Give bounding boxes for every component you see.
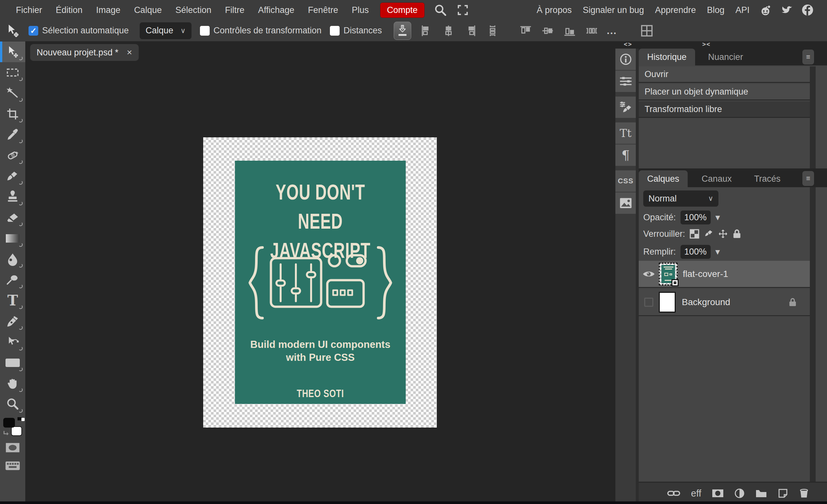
align-left-icon[interactable] <box>420 24 433 38</box>
lock-pixels-icon[interactable] <box>704 229 714 239</box>
healing-brush-tool[interactable] <box>0 145 25 166</box>
menu-filtre[interactable]: Filtre <box>218 5 251 15</box>
opacity-value[interactable]: 100% <box>681 210 711 224</box>
add-adjustment-icon[interactable] <box>734 488 745 499</box>
layer-thumbnail[interactable] <box>659 263 678 285</box>
new-layer-icon[interactable] <box>778 488 788 499</box>
menu-plus[interactable]: Plus <box>345 5 376 15</box>
align-center-h-icon[interactable] <box>442 24 455 38</box>
paragraph-panel-button[interactable]: ¶ <box>616 145 636 166</box>
css-panel-button[interactable]: CSS <box>616 170 636 192</box>
fill-slider-arrow[interactable]: ▼ <box>714 247 722 257</box>
link-api[interactable]: API <box>730 5 755 15</box>
fill-value[interactable]: 100% <box>681 245 711 259</box>
marquee-select-tool[interactable] <box>0 62 25 83</box>
menu-calque[interactable]: Calque <box>127 5 169 15</box>
crop-tool[interactable] <box>0 104 25 124</box>
arrange-grid-icon[interactable] <box>640 23 654 38</box>
menu-fichier[interactable]: Fichier <box>9 5 49 15</box>
transform-controls-checkbox[interactable] <box>200 26 210 36</box>
book-cover-layer[interactable]: YOU DON'T NEED JAVASCRIPT <box>235 161 406 404</box>
distribute-vertical-icon[interactable] <box>486 24 499 38</box>
lock-transparency-icon[interactable] <box>690 229 699 239</box>
layer-row-background[interactable]: Background <box>639 289 810 316</box>
align-right-icon[interactable] <box>464 24 477 38</box>
brush-tool[interactable] <box>0 166 25 187</box>
layer-thumbnail[interactable] <box>659 292 676 313</box>
new-group-icon[interactable] <box>756 489 767 498</box>
history-item-ouvrir[interactable]: Ouvrir <box>639 66 810 83</box>
blur-tool[interactable] <box>0 249 25 269</box>
facebook-icon[interactable] <box>801 4 814 16</box>
distribute-horizontal-icon[interactable] <box>585 24 598 38</box>
quick-mask-toggle[interactable] <box>0 439 25 457</box>
link-signaler-bug[interactable]: Signaler un bug <box>577 5 649 15</box>
menu-image[interactable]: Image <box>89 5 127 15</box>
info-panel-button[interactable] <box>616 49 636 70</box>
delete-layer-icon[interactable] <box>799 488 809 499</box>
document-page[interactable]: YOU DON'T NEED JAVASCRIPT <box>203 137 437 427</box>
hand-tool[interactable] <box>0 373 25 394</box>
opacity-slider-arrow[interactable]: ▼ <box>714 213 722 222</box>
shape-tool[interactable] <box>0 352 25 373</box>
tab-traces[interactable]: Tracés <box>746 170 789 187</box>
document-tab[interactable]: Nouveau projet.psd * × <box>30 44 139 61</box>
tab-historique[interactable]: Historique <box>639 49 695 65</box>
move-tool[interactable] <box>0 42 25 62</box>
menu-fenetre[interactable]: Fenêtre <box>301 5 345 15</box>
layers-menu-button[interactable]: ≡ <box>802 171 814 186</box>
image-panel-button[interactable] <box>616 192 636 214</box>
link-apropos[interactable]: À propos <box>531 5 577 15</box>
align-bottom-icon[interactable] <box>563 24 577 38</box>
menu-affichage[interactable]: Affichage <box>251 5 301 15</box>
clone-stamp-tool[interactable] <box>0 187 25 207</box>
default-colors-icon[interactable] <box>17 417 21 420</box>
background-color-swatch[interactable] <box>11 426 22 436</box>
tab-calques[interactable]: Calques <box>639 170 688 187</box>
fullscreen-icon[interactable] <box>457 4 469 16</box>
foreground-color-swatch[interactable] <box>3 418 15 427</box>
add-mask-icon[interactable] <box>712 489 724 498</box>
auto-select-checkbox[interactable]: ✓ <box>29 26 38 36</box>
tab-nuancier[interactable]: Nuancier <box>700 49 751 65</box>
layer-visibility-toggle[interactable] <box>639 270 659 278</box>
menu-edition[interactable]: Édition <box>49 5 89 15</box>
zoom-tool[interactable] <box>0 394 25 415</box>
keyboard-shortcuts-icon[interactable] <box>0 457 25 475</box>
link-layers-icon[interactable] <box>667 490 680 497</box>
align-top-icon[interactable] <box>519 24 532 38</box>
text-tool[interactable]: T <box>0 290 25 311</box>
collapse-panels-handle[interactable]: >< <box>702 41 711 48</box>
swap-colors-icon[interactable] <box>3 430 10 437</box>
history-item-placer[interactable]: Placer un objet dynamique <box>639 84 810 100</box>
layer-visibility-toggle[interactable] <box>639 298 659 307</box>
layer-effects-button[interactable]: eff <box>691 488 701 499</box>
distances-checkbox[interactable] <box>330 26 340 36</box>
magic-wand-tool[interactable] <box>0 83 25 104</box>
collapse-strip-handle[interactable]: <> <box>624 41 632 48</box>
layers-scrollbar[interactable] <box>810 187 816 482</box>
link-blog[interactable]: Blog <box>701 5 730 15</box>
layer-row-flat-cover[interactable]: flat-cover-1 <box>639 261 810 288</box>
path-select-tool[interactable] <box>0 332 25 352</box>
link-apprendre[interactable]: Apprendre <box>649 5 701 15</box>
adjustments-panel-button[interactable] <box>616 70 636 92</box>
lock-position-icon[interactable] <box>718 229 728 239</box>
search-icon[interactable] <box>434 4 446 16</box>
edit-adjust-panel-button[interactable] <box>616 97 636 118</box>
tab-canaux[interactable]: Canaux <box>693 170 740 187</box>
reddit-icon[interactable] <box>759 4 772 16</box>
pen-tool[interactable] <box>0 311 25 332</box>
lock-all-icon[interactable] <box>732 229 741 239</box>
color-swatches[interactable] <box>0 415 25 439</box>
history-scrollbar[interactable] <box>810 66 816 168</box>
layer-name[interactable]: Background <box>682 297 788 307</box>
history-item-transformation[interactable]: Transformation libre <box>639 101 810 118</box>
close-tab-icon[interactable]: × <box>127 47 132 58</box>
account-button[interactable]: Compte <box>380 3 425 18</box>
history-menu-button[interactable]: ≡ <box>802 50 814 64</box>
auto-select-target-dropdown[interactable]: Calque ∨ <box>140 22 192 39</box>
layer-name[interactable]: flat-cover-1 <box>683 269 728 279</box>
eraser-tool[interactable] <box>0 207 25 228</box>
eyedropper-tool[interactable] <box>0 124 25 145</box>
